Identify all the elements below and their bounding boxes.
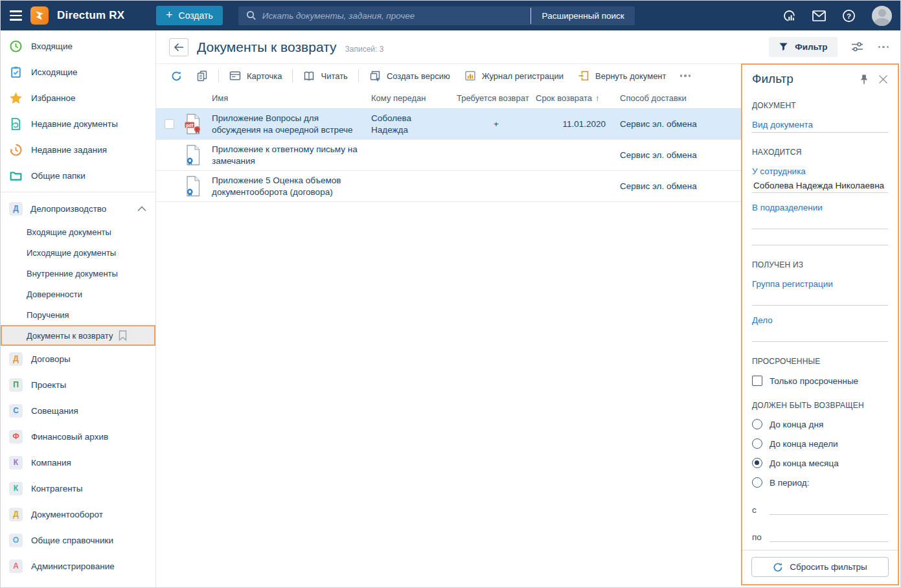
list-toolbar: Карточка Читать Создать версию bbox=[156, 63, 741, 87]
sidebar-item-financial-archive[interactable]: Ф Финансовый архив bbox=[1, 424, 155, 449]
sidebar-item-favorites[interactable]: Избранное bbox=[1, 85, 155, 111]
sidebar-item-company[interactable]: К Компания bbox=[1, 449, 155, 475]
column-header-delivery[interactable]: Способ доставки bbox=[608, 93, 741, 103]
employee-value[interactable]: Соболева Надежда Николаевна bbox=[752, 176, 888, 193]
radio-unselected[interactable] bbox=[752, 419, 762, 429]
sidebar-item-assignments[interactable]: Поручения bbox=[1, 304, 155, 325]
refresh-icon bbox=[171, 71, 182, 82]
table-row[interactable]: pdf Приложение Вопросы для обсуждения на… bbox=[156, 109, 741, 140]
create-button[interactable]: + Создать bbox=[156, 6, 223, 25]
filter-toggle-button[interactable]: Фильтр bbox=[769, 37, 837, 57]
sidebar-item-shared-folders[interactable]: Общие папки bbox=[1, 163, 155, 188]
filter-section-located: НАХОДИТСЯ bbox=[752, 148, 888, 157]
document-name: Приложение к ответному письму на замечан… bbox=[212, 144, 371, 166]
sidebar-item-recent-documents[interactable]: Недавние документы bbox=[1, 111, 155, 137]
module-letter-badge: К bbox=[9, 456, 23, 469]
period-from-input[interactable] bbox=[770, 501, 888, 515]
department-input[interactable] bbox=[752, 212, 888, 229]
return-option-end-of-week[interactable]: До конца недели bbox=[752, 438, 888, 449]
chevron-up-icon[interactable] bbox=[137, 206, 146, 212]
registration-log-button[interactable]: Журнал регистрации bbox=[457, 67, 571, 85]
main-area: Документы к возврату Записей: 3 Фильтр bbox=[156, 30, 900, 587]
department-link[interactable]: В подразделении bbox=[752, 203, 823, 212]
column-header-return-date[interactable]: Срок возврата ↑ bbox=[536, 93, 608, 103]
document-kind-input[interactable] bbox=[752, 130, 888, 133]
table-row[interactable]: Приложение к ответному письму на замечан… bbox=[156, 140, 741, 171]
sidebar-group-records-management[interactable]: Д Делопроизводство bbox=[1, 196, 155, 221]
sidebar-item-incoming-documents[interactable]: Входящие документы bbox=[1, 221, 155, 242]
help-icon[interactable]: ? bbox=[842, 9, 856, 23]
sidebar-item-meetings[interactable]: С Совещания bbox=[1, 398, 155, 424]
case-link[interactable]: Дело bbox=[752, 315, 773, 325]
back-button[interactable] bbox=[169, 38, 188, 56]
column-header-name[interactable]: Имя bbox=[212, 93, 371, 103]
menu-icon[interactable] bbox=[10, 10, 22, 21]
filter-button-label: Фильтр bbox=[795, 42, 827, 52]
sort-ascending-icon: ↑ bbox=[595, 93, 600, 103]
sidebar-item-counterparties[interactable]: К Контрагенты bbox=[1, 475, 155, 501]
sidebar-item-contracts[interactable]: Д Договоры bbox=[1, 346, 155, 372]
period-to-input[interactable] bbox=[770, 528, 888, 542]
radio-unselected[interactable] bbox=[752, 438, 762, 449]
document-kind-link[interactable]: Вид документа bbox=[752, 120, 813, 130]
sidebar-item-internal-documents[interactable]: Внутренние документы bbox=[1, 263, 155, 284]
sidebar-item-label: Доверенности bbox=[27, 289, 82, 299]
radio-label: До конца недели bbox=[770, 439, 838, 449]
sidebar-item-projects[interactable]: П Проекты bbox=[1, 372, 155, 398]
sidebar-item-document-flow[interactable]: Д Документооборот bbox=[1, 501, 155, 527]
only-overdue-option[interactable]: Только просроченные bbox=[752, 376, 888, 386]
more-actions-icon[interactable] bbox=[877, 43, 891, 51]
checkbox-unchecked[interactable] bbox=[752, 376, 762, 386]
sidebar-item-label: Документы к возврату bbox=[27, 331, 113, 341]
delivery-method: Сервис эл. обмена bbox=[608, 181, 741, 191]
sidebar-item-outgoing-documents[interactable]: Исходящие документы bbox=[1, 242, 155, 263]
reset-filters-button[interactable]: Сбросить фильтры bbox=[751, 557, 889, 577]
close-icon[interactable] bbox=[878, 74, 888, 84]
search-input[interactable] bbox=[262, 11, 530, 21]
view-settings-icon[interactable] bbox=[850, 41, 864, 53]
sidebar-item-label: Финансовый архив bbox=[31, 432, 108, 442]
toolbar-more-icon[interactable] bbox=[679, 72, 692, 80]
registration-group-input[interactable] bbox=[752, 289, 888, 306]
read-button[interactable]: Читать bbox=[296, 67, 354, 85]
delivery-method: Сервис эл. обмена bbox=[608, 119, 741, 129]
radio-unselected[interactable] bbox=[752, 477, 762, 488]
sidebar-item-documents-to-return[interactable]: Документы к возврату bbox=[1, 325, 155, 346]
card-button[interactable]: Карточка bbox=[222, 67, 289, 85]
mail-icon[interactable] bbox=[812, 10, 826, 21]
return-option-end-of-day[interactable]: До конца дня bbox=[752, 419, 888, 429]
employee-link[interactable]: У сотрудника bbox=[752, 166, 806, 176]
app-logo-icon[interactable] bbox=[30, 6, 49, 25]
module-letter-badge: О bbox=[9, 534, 23, 547]
advanced-search-button[interactable]: Расширенный поиск bbox=[530, 8, 627, 24]
user-avatar[interactable] bbox=[872, 6, 892, 26]
sidebar-item-recent-tasks[interactable]: Недавние задания bbox=[1, 137, 155, 163]
pin-icon[interactable] bbox=[859, 74, 869, 85]
radio-selected[interactable] bbox=[752, 458, 762, 468]
module-letter-badge: К bbox=[9, 482, 23, 495]
return-option-end-of-month[interactable]: До конца месяца bbox=[752, 458, 888, 468]
sidebar-item-outbox[interactable]: Исходящие bbox=[1, 59, 155, 85]
case-input[interactable] bbox=[752, 325, 888, 342]
sidebar-item-powers-of-attorney[interactable]: Доверенности bbox=[1, 284, 155, 304]
copy-button[interactable] bbox=[189, 67, 215, 85]
row-checkbox[interactable] bbox=[165, 119, 174, 129]
sidebar-item-inbox[interactable]: Входящие bbox=[1, 33, 155, 59]
return-document-button[interactable]: Вернуть документ bbox=[571, 67, 673, 85]
registration-group-link[interactable]: Группа регистрации bbox=[752, 279, 833, 289]
toolbar-divider bbox=[292, 69, 293, 82]
column-header-given-to[interactable]: Кому передан bbox=[371, 93, 457, 103]
sidebar-item-label: Недавние задания bbox=[31, 145, 107, 155]
app-window: Directum RX + Создать Расширенный поиск … bbox=[0, 0, 901, 588]
star-icon bbox=[9, 91, 23, 105]
column-header-return-required[interactable]: Требуется возврат bbox=[457, 93, 536, 103]
announcements-icon[interactable] bbox=[782, 9, 796, 23]
return-option-period[interactable]: В период: bbox=[752, 477, 888, 488]
table-row[interactable]: Приложение 5 Оценка объемов документообо… bbox=[156, 171, 741, 202]
create-version-button[interactable]: Создать версию bbox=[362, 67, 457, 85]
period-to-label: по bbox=[752, 532, 763, 542]
refresh-button[interactable] bbox=[164, 67, 189, 85]
search-icon bbox=[246, 10, 257, 21]
sidebar-item-administration[interactable]: А Администрирование bbox=[1, 553, 155, 579]
sidebar-item-shared-directories[interactable]: О Общие справочники bbox=[1, 527, 155, 553]
